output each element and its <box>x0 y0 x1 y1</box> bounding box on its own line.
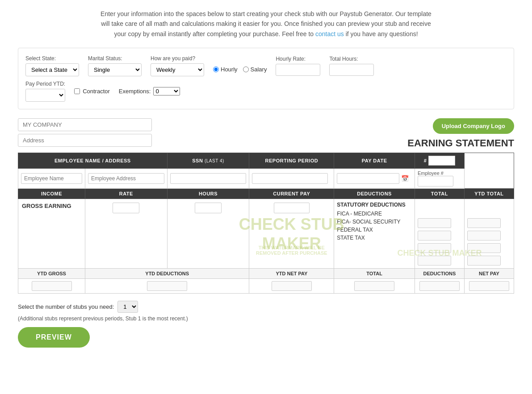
earning-title: EARNING STATEMENT <box>407 137 514 149</box>
state-tax-total[interactable]: 0.00 <box>418 256 451 265</box>
total-input[interactable]: 400.00 <box>354 281 394 291</box>
pay-date-cell: 09/29/2023 📅 <box>334 169 415 189</box>
summary-label-row: YTD GROSS YTD DEDUCTIONS YTD NET PAY TOT… <box>18 269 514 279</box>
federal-tax-total[interactable]: 44.50 <box>418 243 451 253</box>
income-header-row: INCOME RATE HOURS CURRENT PAY DEDUCTIONS… <box>18 189 514 199</box>
ytd-deductions-label: YTD DEDUCTIONS <box>85 269 249 279</box>
ytd-total-col-header: YTD TOTAL <box>464 189 514 199</box>
right-header: Upload Company Logo EARNING STATEMENT <box>407 118 514 149</box>
contractor-group[interactable]: Contractor <box>74 88 110 95</box>
deductions-col-header: DEDUCTIONS <box>334 189 415 199</box>
gross-rate-input[interactable]: 10 <box>113 203 139 213</box>
pay-date-input[interactable]: 09/29/2023 <box>337 173 399 184</box>
state-tax-row: STATE TAX <box>337 235 412 241</box>
total-hours-input[interactable]: 40 <box>329 64 374 76</box>
fica-ss-label: FICA- SOCIAL SECURITY <box>337 219 400 225</box>
salary-radio-label[interactable]: Salary <box>243 66 267 73</box>
ytd-gross-value-cell: 2000.00 <box>18 279 85 294</box>
federal-tax-label: FEDERAL TAX <box>337 227 373 233</box>
pay-period-group: Pay Period YTD: <box>25 81 65 102</box>
hash-input[interactable]: 1234 <box>428 156 455 166</box>
ytd-gross-label: YTD GROSS <box>18 269 85 279</box>
controls-box: Select State: Select a State Marital Sta… <box>18 48 514 109</box>
intro-line3: your copy by email instantly after compl… <box>18 29 514 39</box>
ssn-col-header: SSN (LAST 4) <box>167 153 249 169</box>
calendar-icon[interactable]: 📅 <box>401 175 409 182</box>
ytd-deductions-value-cell: 375.50 <box>85 279 249 294</box>
net-pay-input[interactable]: 324.90 <box>469 281 509 291</box>
marital-label: Marital Status: <box>88 55 142 62</box>
fica-ss-ytd[interactable]: 124.00 <box>467 231 501 241</box>
fica-ss-total[interactable]: 24.80 <box>418 231 451 241</box>
period-cell: 09/22/2023 - 09/28/2023 <box>249 169 334 189</box>
stubs-count-select[interactable]: 1 2 3 4 5 <box>117 301 138 313</box>
deductions-value-cell: 75.10 <box>415 279 464 294</box>
deductions-input[interactable]: 75.10 <box>419 281 460 291</box>
gross-earning-label: GROSS EARNING <box>18 199 85 269</box>
fica-medicare-row: FICA - MEDICARE <box>337 211 412 217</box>
employee-address-input[interactable] <box>88 173 164 184</box>
employee-info-row: XXXX 09/22/2023 - 09/28/2023 09/29/2023 … <box>18 169 514 189</box>
intro-line1: Enter your information into the spaces b… <box>18 9 514 19</box>
hours-col-header: HOURS <box>167 189 249 199</box>
company-name-input[interactable] <box>18 118 152 131</box>
contractor-label: Contractor <box>83 88 110 95</box>
hourly-rate-group: Hourly Rate: 10 <box>276 56 320 76</box>
fica-medicare-total[interactable]: 5.80 <box>418 218 451 228</box>
employee-num-input[interactable] <box>418 176 453 187</box>
fica-medicare-label: FICA - MEDICARE <box>337 211 382 217</box>
deductions-summary-label: DEDUCTIONS <box>415 269 464 279</box>
ssn-input[interactable]: XXXX <box>170 173 247 184</box>
spacer <box>418 202 461 208</box>
pay-type-select[interactable]: Weekly Bi-Weekly Monthly <box>151 63 204 76</box>
federal-tax-ytd[interactable]: 225.50 <box>467 243 501 253</box>
gross-current-pay-cell: 400.00 CHECK STUBMAKER THIS WATERMARK WI… <box>249 199 334 269</box>
stubs-label: Select the number of stubs you need: <box>18 303 114 310</box>
bottom-controls: Select the number of stubs you need: 1 2… <box>18 301 514 348</box>
marital-group: Marital Status: Single Married <box>88 55 142 76</box>
total-hours-label: Total Hours: <box>329 56 374 62</box>
pay-type-group: How are you paid? Weekly Bi-Weekly Month… <box>151 55 204 76</box>
gross-rate-cell: 10 <box>85 199 168 269</box>
salary-radio[interactable] <box>243 66 249 72</box>
ssn-cell: XXXX <box>167 169 249 189</box>
period-col-header: REPORTING PERIOD <box>249 153 334 169</box>
state-select[interactable]: Select a State <box>25 63 79 76</box>
fica-ss-row: FICA- SOCIAL SECURITY <box>337 219 412 225</box>
exemptions-select[interactable]: 0 <box>153 87 180 95</box>
deductions-cell: STATUTORY DEDUCTIONS FICA - MEDICARE FIC… <box>334 199 415 269</box>
fica-medicare-ytd[interactable]: 29.00 <box>467 218 501 228</box>
gross-hours-input[interactable]: 40 <box>195 203 222 213</box>
hourly-rate-input[interactable]: 10 <box>276 64 320 76</box>
income-col-header: INCOME <box>18 189 85 199</box>
preview-button[interactable]: PREVIEW <box>18 327 90 348</box>
watermark-left: CHECK STUBMAKER <box>239 214 344 253</box>
hourly-radio-label[interactable]: Hourly <box>213 66 238 73</box>
ytd-spacer <box>467 202 511 208</box>
total-summary-label: TOTAL <box>334 269 415 279</box>
pay-period-label: Pay Period YTD: <box>25 81 65 87</box>
period-input[interactable]: 09/22/2023 - 09/28/2023 <box>252 173 328 184</box>
hourly-radio[interactable] <box>213 66 219 72</box>
employee-col-header: EMPLOYEE NAME / ADDRESS <box>18 153 168 169</box>
stubs-select-row: Select the number of stubs you need: 1 2… <box>18 301 514 313</box>
employee-name-input[interactable] <box>21 173 82 184</box>
ytd-deductions-input[interactable]: 375.50 <box>147 281 187 291</box>
federal-tax-ytd-row: 225.50 <box>467 243 511 253</box>
contractor-checkbox[interactable] <box>74 88 80 94</box>
state-group: Select State: Select a State <box>25 55 79 76</box>
stub-table: EMPLOYEE NAME / ADDRESS SSN (LAST 4) REP… <box>18 153 514 294</box>
employee-name-cell <box>18 169 85 189</box>
hourly-rate-label: Hourly Rate: <box>276 56 320 62</box>
contact-link[interactable]: contact us <box>315 30 344 37</box>
ytd-gross-input[interactable]: 2000.00 <box>32 281 72 291</box>
marital-select[interactable]: Single Married <box>88 63 142 76</box>
state-tax-ytd[interactable]: 0.00 <box>467 256 501 265</box>
federal-tax-row: FEDERAL TAX <box>337 227 412 233</box>
exemptions-group: Exemptions: 0 <box>119 87 180 95</box>
upload-logo-button[interactable]: Upload Company Logo <box>433 118 514 134</box>
gross-current-pay-input[interactable]: 400.00 <box>274 203 310 213</box>
ytd-net-pay-input[interactable]: 1624.50 <box>272 281 312 291</box>
pay-period-select[interactable] <box>25 89 65 102</box>
company-address-input[interactable] <box>18 134 152 147</box>
